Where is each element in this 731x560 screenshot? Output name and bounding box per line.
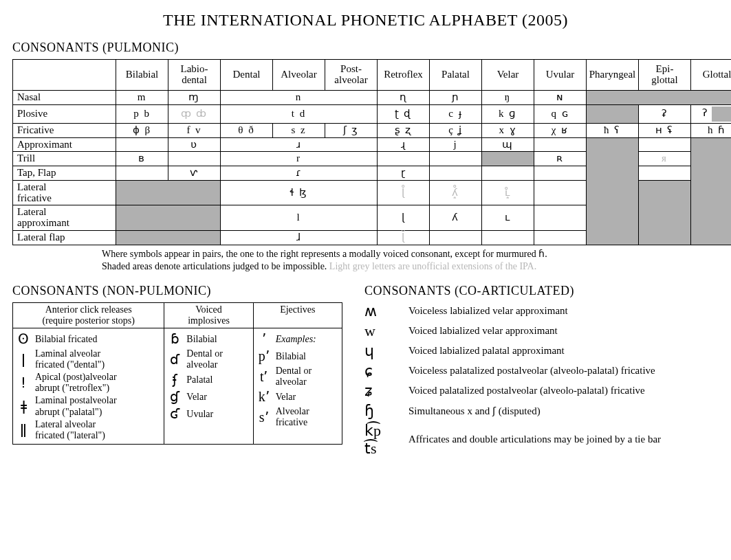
- ipa-symbol: ǂ: [16, 399, 31, 414]
- cell-tap-labiodental: ⱱ: [168, 166, 221, 181]
- cell-approx-velar: ɰ: [482, 137, 534, 152]
- item-label: Dental oralveolar: [276, 366, 312, 388]
- cell-fric-epiglottal: ʜ ʢ: [639, 123, 691, 137]
- cell-fric-dental: θ ð: [221, 123, 273, 137]
- ipa-symbol: ɠ: [167, 389, 182, 405]
- cell-latflap-coronal: ɺ: [221, 230, 378, 245]
- ipa-symbol: ʑ: [364, 382, 396, 400]
- cell-fric-velar: x ɣ: [482, 123, 534, 137]
- cell-plosive-retroflex: ʈ ɖ: [378, 104, 430, 123]
- ipa-symbol: ʍ: [364, 302, 396, 320]
- rowlabel-fricative: Fricative: [13, 123, 116, 137]
- cell-tap-velar: [482, 166, 534, 181]
- pulmonic-heading: CONSONANTS (PULMONIC): [12, 41, 719, 55]
- np-clicks-cell: ʘBilabial fricatedǀLaminal alveolarfrica…: [13, 328, 164, 445]
- coarticulated-heading: CONSONANTS (CO-ARTICULATED): [364, 284, 719, 298]
- list-item: pʼBilabial: [257, 348, 339, 364]
- col-uvular: Uvular: [534, 60, 587, 91]
- ipa-symbol: ǃ: [16, 375, 31, 391]
- rowlabel-latfric: Lateralfricative: [13, 180, 116, 205]
- item-label: Voiceless palatalized postalveolar (alve…: [408, 365, 655, 377]
- np-th-clicks: Anterior click releases(require posterio…: [13, 302, 164, 328]
- cell-nasal-shaded: [587, 91, 732, 105]
- rowlabel-tap: Tap, Flap: [13, 166, 116, 181]
- np-ejectives-cell: ʼExamples:pʼBilabialtʼDental oralveolark…: [253, 328, 342, 445]
- ipa-symbol: ǁ: [16, 422, 31, 438]
- rowlabel-trill: Trill: [13, 152, 116, 166]
- list-item: ǀLaminal alveolarfricated ("dental"): [16, 348, 161, 370]
- ipa-symbol: ʛ: [167, 406, 182, 422]
- ipa-symbol: k͡p t͡s: [364, 422, 396, 458]
- cell-latapprox-retroflex: ɭ: [378, 205, 430, 231]
- cell-fric-uvular: χ ʁ: [534, 123, 587, 137]
- cell-fric-glottal: h ɦ: [691, 123, 732, 137]
- list-item: ʛUvular: [167, 406, 250, 422]
- list-item: ɠVelar: [167, 389, 250, 405]
- item-label: Laminal alveolarfricated ("dental"): [35, 348, 105, 370]
- cell-nasal-coronal: n: [221, 91, 378, 105]
- ipa-symbol: w: [364, 322, 396, 340]
- ipa-symbol: ɕ: [364, 362, 396, 380]
- item-label: Voiced labialized palatal approximant: [408, 345, 565, 357]
- ipa-symbol: ʄ: [167, 372, 182, 388]
- ipa-symbol: sʼ: [257, 410, 272, 425]
- cell-latfric-palatal: ʎ̝̊: [430, 180, 482, 205]
- col-glottal: Glottal: [691, 60, 732, 91]
- cell-latfric-epiglottal-shaded: [639, 180, 691, 245]
- item-label: Bilabial: [276, 351, 306, 362]
- cell-approx-labiodental: ʋ: [168, 137, 221, 152]
- cell-trill-bilabial: ʙ: [116, 152, 168, 166]
- cell-latfric-uvular: [534, 180, 587, 205]
- cell-plosive-velar: k ɡ: [482, 104, 534, 123]
- coart-item: ɕVoiceless palatalized postalveolar (alv…: [364, 362, 719, 380]
- cell-approx-epiglottal: [639, 137, 691, 152]
- row-approx: Approximant ʋ ɹ ɻ j ɰ: [13, 137, 732, 152]
- item-label: Velar: [186, 392, 207, 403]
- cell-fric-pharyngeal: ħ ʕ: [587, 123, 639, 137]
- cell-trill-palatal: [430, 152, 482, 166]
- ipa-symbol: ʼ: [257, 331, 272, 347]
- coart-item: ʍVoiceless labialized velar approximant: [364, 302, 719, 320]
- cell-fric-alveolar: s z: [273, 123, 325, 137]
- list-item: ɓBilabial: [167, 331, 250, 347]
- cell-tap-coronal: ɾ: [221, 166, 378, 181]
- cell-latflap-velar: [482, 230, 534, 245]
- item-label: Simultaneous x and ʃ (disputed): [408, 405, 541, 417]
- list-item: ʘBilabial fricated: [16, 331, 161, 347]
- item-label: Voiced palatalized postalveolar (alveolo…: [408, 385, 645, 396]
- cell-tap-uvular: [534, 166, 587, 181]
- item-label: Bilabial fricated: [35, 334, 98, 345]
- ipa-symbol: pʼ: [257, 348, 272, 364]
- item-label: Velar: [276, 392, 296, 403]
- cell-latflap-retroflex: ɭ̆: [378, 230, 430, 245]
- cell-approx-palatal: j: [430, 137, 482, 152]
- cell-plosive-pharyngeal: [587, 104, 639, 123]
- cell-plosive-bilabial: p b: [116, 104, 168, 123]
- list-item: sʼAlveolarfricative: [257, 406, 339, 428]
- cell-trill-retroflex: [378, 152, 430, 166]
- list-item: tʼDental oralveolar: [257, 366, 339, 388]
- cell-trill-labiodental: [168, 152, 221, 166]
- cell-latapprox-coronal: l: [221, 205, 378, 231]
- cell-latapprox-velar: ʟ: [482, 205, 534, 231]
- col-velar: Velar: [482, 60, 534, 91]
- cell-latflap-labial-shaded: [116, 230, 221, 245]
- item-label: Voiced labialized velar approximant: [408, 325, 558, 337]
- cell-approx-bilabial: [116, 137, 168, 152]
- ipa-symbol: kʼ: [257, 389, 272, 405]
- coart-item: ɧSimultaneous x and ʃ (disputed): [364, 402, 719, 420]
- col-pharyngeal: Pharyngeal: [587, 60, 639, 91]
- col-retroflex: Retroflex: [378, 60, 430, 91]
- cell-plosive-coronal: t d: [221, 104, 378, 123]
- item-label: Lateral alveolarfricated ("lateral"): [35, 419, 105, 441]
- cell-plosive-epiglottal: ʡ: [639, 104, 691, 123]
- cell-latapprox-labial-shaded: [116, 205, 221, 231]
- cell-approx-coronal: ɹ: [221, 137, 378, 152]
- row-nasal: Nasal m ɱ n ɳ ɲ ŋ ɴ: [13, 91, 732, 105]
- cell-latflap-uvular: [534, 230, 587, 245]
- cell-nasal-palatal: ɲ: [430, 91, 482, 105]
- list-item: ɗDental oralveolar: [167, 348, 250, 370]
- item-label: Alveolarfricative: [276, 406, 309, 428]
- cell-tap-epiglottal: [639, 166, 691, 181]
- ipa-symbol: tʼ: [257, 369, 272, 385]
